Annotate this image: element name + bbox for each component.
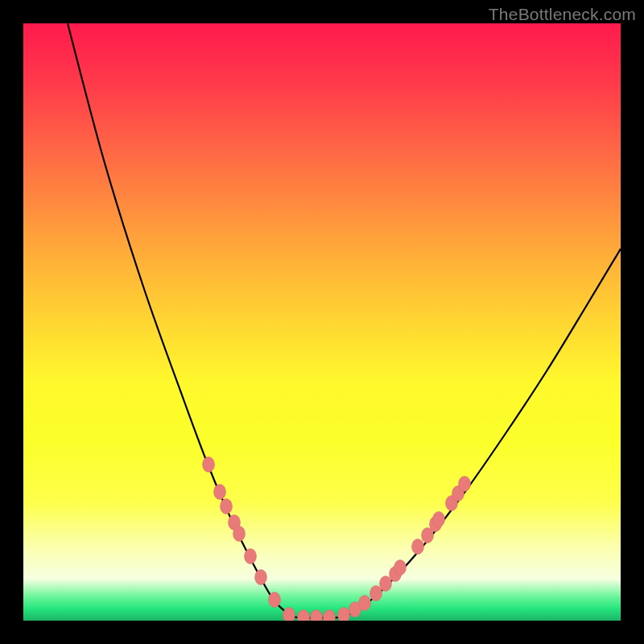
chart-plot-area bbox=[23, 23, 621, 621]
data-point bbox=[338, 608, 350, 621]
data-point bbox=[433, 512, 445, 527]
data-point bbox=[269, 592, 281, 608]
data-point bbox=[245, 549, 257, 564]
data-point bbox=[370, 586, 382, 601]
data-point bbox=[324, 610, 336, 621]
data-point bbox=[412, 539, 424, 555]
data-point bbox=[203, 457, 215, 473]
data-points-group bbox=[203, 457, 471, 621]
data-point bbox=[380, 576, 392, 592]
data-point bbox=[394, 560, 407, 576]
watermark-text: TheBottleneck.com bbox=[489, 5, 636, 24]
data-point bbox=[359, 596, 371, 611]
bottleneck-curve-svg bbox=[23, 23, 621, 621]
data-point bbox=[459, 477, 471, 492]
data-point bbox=[311, 610, 323, 621]
bottleneck-curve-path bbox=[68, 23, 621, 618]
data-point bbox=[255, 570, 267, 585]
data-point bbox=[298, 610, 310, 621]
data-point bbox=[214, 485, 226, 500]
data-point bbox=[233, 526, 246, 542]
data-point bbox=[283, 608, 295, 621]
data-point bbox=[221, 499, 233, 514]
